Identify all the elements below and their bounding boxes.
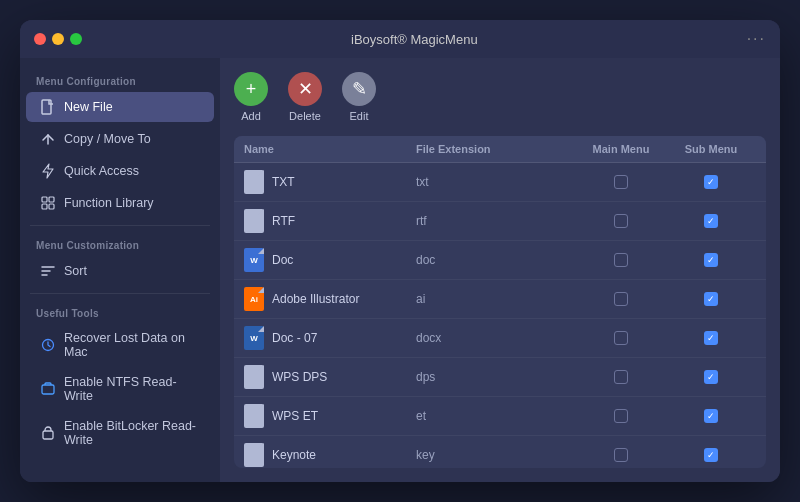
main-menu-checkbox[interactable] (614, 370, 628, 384)
sidebar-item-label-bitlocker: Enable BitLocker Read-Write (64, 419, 200, 447)
file-type-icon (244, 365, 264, 389)
col-main-menu: Main Menu (576, 143, 666, 155)
lightning-icon (40, 163, 56, 179)
col-sub-menu: Sub Menu (666, 143, 756, 155)
file-icon (40, 99, 56, 115)
sub-menu-cell: ✓ (666, 448, 756, 462)
sidebar: Menu Configuration New File C (20, 58, 220, 482)
file-name-label: Doc (272, 253, 293, 267)
main-menu-cell (576, 370, 666, 384)
table-row[interactable]: WPS ET et ✓ (234, 397, 766, 436)
file-type-icon (244, 443, 264, 467)
edit-label: Edit (350, 110, 369, 122)
file-name-label: RTF (272, 214, 295, 228)
sidebar-item-label-function-library: Function Library (64, 196, 154, 210)
main-menu-checkbox[interactable] (614, 253, 628, 267)
main-menu-checkbox[interactable] (614, 331, 628, 345)
table-row[interactable]: WPS DPS dps ✓ (234, 358, 766, 397)
main-content: Menu Configuration New File C (20, 58, 780, 482)
row-extension: dps (416, 370, 576, 384)
main-menu-checkbox[interactable] (614, 292, 628, 306)
maximize-button[interactable] (70, 33, 82, 45)
col-name: Name (244, 143, 416, 155)
delete-label: Delete (289, 110, 321, 122)
row-extension: key (416, 448, 576, 462)
sub-menu-cell: ✓ (666, 214, 756, 228)
sidebar-item-label-recover: Recover Lost Data on Mac (64, 331, 200, 359)
sub-menu-checkbox[interactable]: ✓ (704, 448, 718, 462)
file-type-icon: Ai (244, 287, 264, 311)
sub-menu-checkbox[interactable]: ✓ (704, 331, 718, 345)
sidebar-item-recover[interactable]: Recover Lost Data on Mac (26, 324, 214, 366)
file-name-label: TXT (272, 175, 295, 189)
sidebar-item-label-quick-access: Quick Access (64, 164, 139, 178)
sub-menu-checkbox[interactable]: ✓ (704, 253, 718, 267)
sort-icon (40, 263, 56, 279)
sidebar-item-function-library[interactable]: Function Library (26, 188, 214, 218)
sidebar-item-ntfs[interactable]: Enable NTFS Read-Write (26, 368, 214, 410)
main-menu-cell (576, 448, 666, 462)
table-row[interactable]: RTF rtf ✓ (234, 202, 766, 241)
sub-menu-cell: ✓ (666, 292, 756, 306)
recover-icon (40, 337, 56, 353)
divider-1 (30, 225, 210, 226)
sub-menu-checkbox[interactable]: ✓ (704, 409, 718, 423)
main-menu-checkbox[interactable] (614, 448, 628, 462)
minimize-button[interactable] (52, 33, 64, 45)
main-menu-cell (576, 253, 666, 267)
table-row[interactable]: Keynote key ✓ (234, 436, 766, 468)
main-menu-checkbox[interactable] (614, 175, 628, 189)
delete-button[interactable]: ✕ Delete (288, 72, 322, 122)
edit-button[interactable]: ✎ Edit (342, 72, 376, 122)
add-button[interactable]: + Add (234, 72, 268, 122)
main-menu-cell (576, 331, 666, 345)
sub-menu-checkbox[interactable]: ✓ (704, 292, 718, 306)
sidebar-item-label-ntfs: Enable NTFS Read-Write (64, 375, 200, 403)
main-menu-cell (576, 409, 666, 423)
sidebar-item-label-sort: Sort (64, 264, 87, 278)
sidebar-item-copy-move[interactable]: Copy / Move To (26, 124, 214, 154)
table-row[interactable]: TXT txt ✓ (234, 163, 766, 202)
row-file-name: W Doc - 07 (244, 326, 416, 350)
row-file-name: W Doc (244, 248, 416, 272)
main-menu-cell (576, 214, 666, 228)
main-menu-checkbox[interactable] (614, 409, 628, 423)
app-window: iBoysoft® MagicMenu ··· Menu Configurati… (20, 20, 780, 482)
file-type-icon: W (244, 326, 264, 350)
table-row[interactable]: Ai Adobe Illustrator ai ✓ (234, 280, 766, 319)
main-menu-cell (576, 292, 666, 306)
svg-rect-2 (49, 197, 54, 202)
main-menu-checkbox[interactable] (614, 214, 628, 228)
sub-menu-checkbox[interactable]: ✓ (704, 370, 718, 384)
sidebar-item-quick-access[interactable]: Quick Access (26, 156, 214, 186)
more-options-icon[interactable]: ··· (747, 30, 766, 48)
sidebar-item-label-copy-move: Copy / Move To (64, 132, 151, 146)
table-row[interactable]: W Doc - 07 docx ✓ (234, 319, 766, 358)
title-bar: iBoysoft® MagicMenu ··· (20, 20, 780, 58)
file-name-label: WPS ET (272, 409, 318, 423)
row-extension: ai (416, 292, 576, 306)
sub-menu-checkbox[interactable]: ✓ (704, 175, 718, 189)
sub-menu-cell: ✓ (666, 331, 756, 345)
table-body: TXT txt ✓ RTF rtf ✓ W Doc doc ✓ Ai Ad (234, 163, 766, 468)
sidebar-item-bitlocker[interactable]: Enable BitLocker Read-Write (26, 412, 214, 454)
sub-menu-cell: ✓ (666, 370, 756, 384)
copy-icon (40, 131, 56, 147)
file-name-label: Keynote (272, 448, 316, 462)
sidebar-item-sort[interactable]: Sort (26, 256, 214, 286)
row-file-name: WPS ET (244, 404, 416, 428)
file-name-label: Doc - 07 (272, 331, 317, 345)
table-header: Name File Extension Main Menu Sub Menu (234, 136, 766, 163)
sub-menu-cell: ✓ (666, 253, 756, 267)
ntfs-icon (40, 381, 56, 397)
file-type-icon (244, 170, 264, 194)
table-row[interactable]: W Doc doc ✓ (234, 241, 766, 280)
file-type-icon (244, 404, 264, 428)
close-button[interactable] (34, 33, 46, 45)
row-file-name: WPS DPS (244, 365, 416, 389)
toolbar: + Add ✕ Delete ✎ Edit (234, 72, 766, 122)
add-label: Add (241, 110, 261, 122)
sidebar-item-new-file[interactable]: New File (26, 92, 214, 122)
row-extension: doc (416, 253, 576, 267)
sub-menu-checkbox[interactable]: ✓ (704, 214, 718, 228)
